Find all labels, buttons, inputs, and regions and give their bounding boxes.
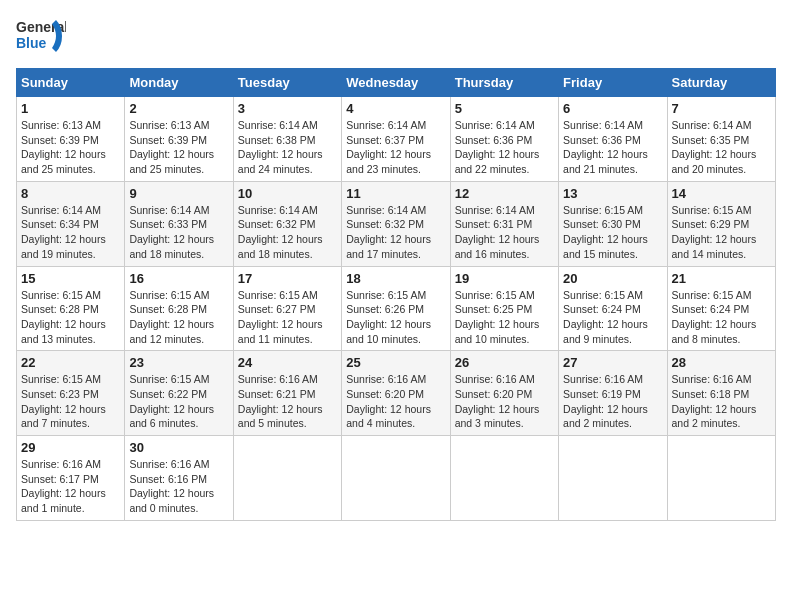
logo: General Blue [16,16,66,60]
day-number: 15 [21,271,120,286]
day-detail: Sunrise: 6:15 AMSunset: 6:24 PMDaylight:… [672,288,771,347]
calendar-cell: 7Sunrise: 6:14 AMSunset: 6:35 PMDaylight… [667,97,775,182]
day-number: 1 [21,101,120,116]
calendar-week-2: 8Sunrise: 6:14 AMSunset: 6:34 PMDaylight… [17,181,776,266]
day-number: 30 [129,440,228,455]
day-detail: Sunrise: 6:15 AMSunset: 6:28 PMDaylight:… [21,288,120,347]
calendar-cell: 24Sunrise: 6:16 AMSunset: 6:21 PMDayligh… [233,351,341,436]
page-header: General Blue [16,16,776,60]
calendar-cell [450,436,558,521]
calendar-cell [559,436,667,521]
day-detail: Sunrise: 6:14 AMSunset: 6:36 PMDaylight:… [455,118,554,177]
day-detail: Sunrise: 6:15 AMSunset: 6:29 PMDaylight:… [672,203,771,262]
day-detail: Sunrise: 6:14 AMSunset: 6:36 PMDaylight:… [563,118,662,177]
weekday-header-monday: Monday [125,69,233,97]
day-number: 17 [238,271,337,286]
calendar-cell: 19Sunrise: 6:15 AMSunset: 6:25 PMDayligh… [450,266,558,351]
day-number: 10 [238,186,337,201]
day-number: 22 [21,355,120,370]
calendar-cell: 15Sunrise: 6:15 AMSunset: 6:28 PMDayligh… [17,266,125,351]
day-detail: Sunrise: 6:16 AMSunset: 6:20 PMDaylight:… [455,372,554,431]
calendar-cell: 11Sunrise: 6:14 AMSunset: 6:32 PMDayligh… [342,181,450,266]
calendar-cell: 14Sunrise: 6:15 AMSunset: 6:29 PMDayligh… [667,181,775,266]
calendar-cell [342,436,450,521]
day-number: 23 [129,355,228,370]
calendar-cell: 16Sunrise: 6:15 AMSunset: 6:28 PMDayligh… [125,266,233,351]
day-detail: Sunrise: 6:15 AMSunset: 6:26 PMDaylight:… [346,288,445,347]
calendar-cell [233,436,341,521]
day-number: 27 [563,355,662,370]
calendar-cell: 8Sunrise: 6:14 AMSunset: 6:34 PMDaylight… [17,181,125,266]
calendar-table: SundayMondayTuesdayWednesdayThursdayFrid… [16,68,776,521]
day-number: 25 [346,355,445,370]
day-detail: Sunrise: 6:14 AMSunset: 6:34 PMDaylight:… [21,203,120,262]
day-number: 19 [455,271,554,286]
calendar-cell: 18Sunrise: 6:15 AMSunset: 6:26 PMDayligh… [342,266,450,351]
day-number: 4 [346,101,445,116]
day-number: 29 [21,440,120,455]
day-number: 3 [238,101,337,116]
day-number: 7 [672,101,771,116]
day-number: 16 [129,271,228,286]
calendar-cell: 6Sunrise: 6:14 AMSunset: 6:36 PMDaylight… [559,97,667,182]
day-detail: Sunrise: 6:13 AMSunset: 6:39 PMDaylight:… [21,118,120,177]
calendar-cell: 26Sunrise: 6:16 AMSunset: 6:20 PMDayligh… [450,351,558,436]
day-detail: Sunrise: 6:16 AMSunset: 6:18 PMDaylight:… [672,372,771,431]
day-number: 2 [129,101,228,116]
calendar-cell: 12Sunrise: 6:14 AMSunset: 6:31 PMDayligh… [450,181,558,266]
calendar-cell: 22Sunrise: 6:15 AMSunset: 6:23 PMDayligh… [17,351,125,436]
calendar-cell: 28Sunrise: 6:16 AMSunset: 6:18 PMDayligh… [667,351,775,436]
day-detail: Sunrise: 6:16 AMSunset: 6:16 PMDaylight:… [129,457,228,516]
calendar-week-5: 29Sunrise: 6:16 AMSunset: 6:17 PMDayligh… [17,436,776,521]
day-number: 21 [672,271,771,286]
day-detail: Sunrise: 6:14 AMSunset: 6:33 PMDaylight:… [129,203,228,262]
calendar-cell: 1Sunrise: 6:13 AMSunset: 6:39 PMDaylight… [17,97,125,182]
day-number: 8 [21,186,120,201]
calendar-cell: 21Sunrise: 6:15 AMSunset: 6:24 PMDayligh… [667,266,775,351]
calendar-cell: 13Sunrise: 6:15 AMSunset: 6:30 PMDayligh… [559,181,667,266]
weekday-header-friday: Friday [559,69,667,97]
calendar-week-4: 22Sunrise: 6:15 AMSunset: 6:23 PMDayligh… [17,351,776,436]
calendar-cell [667,436,775,521]
day-number: 12 [455,186,554,201]
day-detail: Sunrise: 6:14 AMSunset: 6:32 PMDaylight:… [238,203,337,262]
calendar-cell: 17Sunrise: 6:15 AMSunset: 6:27 PMDayligh… [233,266,341,351]
day-detail: Sunrise: 6:14 AMSunset: 6:35 PMDaylight:… [672,118,771,177]
day-number: 24 [238,355,337,370]
day-detail: Sunrise: 6:15 AMSunset: 6:30 PMDaylight:… [563,203,662,262]
day-number: 18 [346,271,445,286]
calendar-header-row: SundayMondayTuesdayWednesdayThursdayFrid… [17,69,776,97]
day-number: 28 [672,355,771,370]
day-detail: Sunrise: 6:15 AMSunset: 6:22 PMDaylight:… [129,372,228,431]
day-detail: Sunrise: 6:14 AMSunset: 6:32 PMDaylight:… [346,203,445,262]
calendar-cell: 20Sunrise: 6:15 AMSunset: 6:24 PMDayligh… [559,266,667,351]
calendar-week-1: 1Sunrise: 6:13 AMSunset: 6:39 PMDaylight… [17,97,776,182]
svg-text:Blue: Blue [16,35,47,51]
calendar-cell: 10Sunrise: 6:14 AMSunset: 6:32 PMDayligh… [233,181,341,266]
logo-svg: General Blue [16,16,66,60]
day-number: 26 [455,355,554,370]
calendar-cell: 5Sunrise: 6:14 AMSunset: 6:36 PMDaylight… [450,97,558,182]
calendar-cell: 4Sunrise: 6:14 AMSunset: 6:37 PMDaylight… [342,97,450,182]
day-detail: Sunrise: 6:15 AMSunset: 6:23 PMDaylight:… [21,372,120,431]
calendar-cell: 30Sunrise: 6:16 AMSunset: 6:16 PMDayligh… [125,436,233,521]
calendar-cell: 25Sunrise: 6:16 AMSunset: 6:20 PMDayligh… [342,351,450,436]
day-detail: Sunrise: 6:16 AMSunset: 6:17 PMDaylight:… [21,457,120,516]
day-number: 5 [455,101,554,116]
calendar-cell: 23Sunrise: 6:15 AMSunset: 6:22 PMDayligh… [125,351,233,436]
calendar-week-3: 15Sunrise: 6:15 AMSunset: 6:28 PMDayligh… [17,266,776,351]
day-number: 6 [563,101,662,116]
calendar-cell: 3Sunrise: 6:14 AMSunset: 6:38 PMDaylight… [233,97,341,182]
weekday-header-thursday: Thursday [450,69,558,97]
day-detail: Sunrise: 6:16 AMSunset: 6:19 PMDaylight:… [563,372,662,431]
day-detail: Sunrise: 6:15 AMSunset: 6:27 PMDaylight:… [238,288,337,347]
day-detail: Sunrise: 6:14 AMSunset: 6:38 PMDaylight:… [238,118,337,177]
day-detail: Sunrise: 6:16 AMSunset: 6:20 PMDaylight:… [346,372,445,431]
day-number: 14 [672,186,771,201]
day-number: 11 [346,186,445,201]
day-detail: Sunrise: 6:13 AMSunset: 6:39 PMDaylight:… [129,118,228,177]
day-detail: Sunrise: 6:15 AMSunset: 6:28 PMDaylight:… [129,288,228,347]
calendar-cell: 29Sunrise: 6:16 AMSunset: 6:17 PMDayligh… [17,436,125,521]
weekday-header-sunday: Sunday [17,69,125,97]
day-number: 20 [563,271,662,286]
